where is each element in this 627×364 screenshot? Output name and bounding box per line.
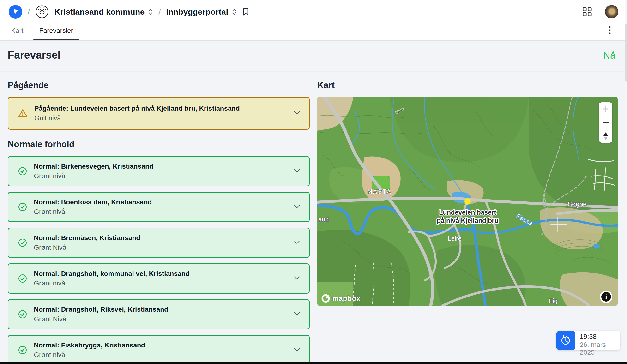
zoom-in-button[interactable] — [599, 102, 612, 116]
tab-kart[interactable]: Kart — [9, 27, 26, 40]
map-heading: Kart — [317, 80, 618, 90]
expand-button[interactable] — [294, 204, 300, 209]
flag-icon — [11, 8, 20, 16]
minus-icon — [603, 120, 609, 126]
kommune-emblem-icon — [35, 5, 49, 19]
alert-title: Pågående: Lundeveien basert på nivå Kjel… — [34, 105, 240, 112]
marker-label-line1: Lundeveien basert — [439, 209, 496, 216]
status-time: 19:38 — [580, 333, 620, 340]
alert-card-green[interactable]: Normal: Boenfoss dam, Kristiansand Grønt… — [8, 192, 310, 222]
history-clock-button[interactable] — [556, 331, 575, 350]
time-status-widget[interactable]: 19:38 26. mars 2025 — [556, 331, 620, 350]
chevron-down-icon — [294, 312, 300, 316]
expand-button[interactable] — [294, 168, 300, 174]
chevron-down-icon — [294, 168, 300, 173]
scrollbar-thumb[interactable] — [625, 24, 627, 82]
map-label-sogne: Søgne — [568, 201, 587, 208]
breadcrumb-separator: / — [158, 7, 160, 17]
warning-icon — [18, 109, 28, 118]
alert-title: Normal: Brennåsen, Kristiansand — [34, 234, 140, 242]
kebab-menu-icon — [608, 25, 611, 35]
map-label-masta: MASTA — [367, 188, 392, 195]
alert-title: Normal: Drangsholt, kommunal vei, Kristi… — [34, 270, 190, 278]
info-icon: i — [601, 292, 611, 302]
page-scrollbar[interactable] — [625, 0, 627, 364]
chevron-down-icon — [294, 276, 300, 280]
mapbox-attribution[interactable]: mapbox — [321, 294, 361, 303]
status-date: 26. mars 2025 — [580, 341, 620, 356]
chevron-down-icon — [294, 111, 300, 115]
ongoing-heading: Pågående — [8, 80, 310, 90]
alert-card-green[interactable]: Normal: Drangsholt, Riksvei, Kristiansan… — [8, 299, 310, 329]
bookmark-button[interactable] — [242, 7, 249, 16]
user-avatar[interactable] — [605, 5, 618, 18]
check-circle-icon — [18, 203, 27, 211]
chevron-down-icon — [294, 204, 300, 209]
alert-card-green[interactable]: Normal: Fiskebrygga, Kristiansand Grønt … — [8, 335, 310, 364]
check-circle-icon — [18, 274, 27, 283]
mapbox-icon — [321, 294, 330, 303]
time-filter[interactable]: Nå — [603, 50, 616, 61]
alert-level: Grønt Nivå — [34, 244, 140, 251]
alert-card-green[interactable]: Normal: Birkenesvegen, Kristiansand Grøn… — [8, 156, 310, 186]
topographic-map: MASTA Leire Søgne Eig and Føssa 50 m Lun… — [317, 97, 618, 306]
expand-button[interactable] — [294, 312, 300, 317]
check-circle-icon — [18, 238, 27, 247]
chevron-down-icon — [294, 347, 300, 352]
alert-card-green[interactable]: Normal: Brennåsen, Kristiansand Grønt Ni… — [8, 228, 310, 258]
alert-title: Normal: Fiskebrygga, Kristiansand — [34, 341, 145, 349]
check-circle-icon — [18, 346, 27, 355]
alert-level: Grønt nivå — [34, 172, 153, 180]
alert-level: Grønt nivå — [34, 279, 190, 287]
expand-button[interactable] — [294, 240, 300, 245]
map-controls — [599, 102, 612, 143]
up-down-chevron-icon — [232, 8, 237, 16]
bookmark-icon — [242, 7, 249, 16]
page-title: Farevarsel — [8, 49, 60, 61]
expand-button[interactable] — [294, 347, 300, 353]
expand-button[interactable] — [294, 276, 300, 281]
map-label-eig: Eig — [549, 297, 558, 305]
apps-grid-icon — [582, 6, 592, 17]
compass-icon — [603, 132, 609, 141]
station-marker[interactable] — [465, 198, 471, 205]
marker-label-line2: på nivå Kjelland bru — [437, 217, 499, 224]
map-info-button[interactable]: i — [600, 291, 612, 303]
chevron-down-icon — [294, 240, 300, 244]
alert-title: Normal: Boenfoss dam, Kristiansand — [34, 198, 152, 206]
alert-level: Grønt nivå — [34, 351, 145, 359]
breadcrumb-org[interactable]: Kristiansand kommune — [54, 7, 145, 17]
alert-card-green[interactable]: Normal: Drangsholt, kommunal vei, Kristi… — [8, 263, 310, 294]
check-circle-icon — [18, 310, 27, 319]
alert-title: Normal: Drangsholt, Riksvei, Kristiansan… — [34, 306, 168, 313]
normal-heading: Normale forhold — [8, 139, 310, 149]
map-label-leire: Leire — [448, 235, 462, 242]
alert-level: Grønt nivå — [34, 208, 152, 216]
top-header: / Kristiansand kommune / Innbyggerportal — [0, 0, 627, 40]
more-options-button[interactable] — [608, 25, 611, 36]
alert-card-yellow[interactable]: Pågående: Lundeveien basert på nivå Kjel… — [8, 97, 310, 130]
alert-level: Grønt Nivå — [34, 315, 168, 323]
portal-logo[interactable] — [9, 5, 22, 19]
tab-farevarsler[interactable]: Farevarsler — [37, 27, 76, 40]
check-circle-icon — [18, 167, 27, 176]
alert-level: Gult nivå — [34, 114, 240, 122]
apps-grid-button[interactable] — [582, 6, 592, 17]
expand-button[interactable] — [294, 111, 300, 116]
map-canvas[interactable]: MASTA Leire Søgne Eig and Føssa 50 m Lun… — [317, 97, 618, 306]
breadcrumb-separator: / — [28, 7, 30, 17]
mapbox-wordmark: mapbox — [332, 294, 361, 303]
zoom-out-button[interactable] — [599, 116, 612, 129]
app-switcher[interactable] — [232, 8, 237, 16]
page-title-bar: Farevarsel Nå — [0, 40, 627, 71]
up-down-chevron-icon — [148, 8, 153, 16]
history-clock-icon — [560, 335, 571, 346]
bottom-edge-bar — [0, 362, 627, 364]
map-label-partial: and — [318, 216, 329, 223]
breadcrumb-app[interactable]: Innbyggerportal — [166, 7, 228, 17]
org-switcher[interactable] — [148, 8, 153, 16]
compass-button[interactable] — [599, 129, 612, 143]
alert-title: Normal: Birkenesvegen, Kristiansand — [34, 162, 153, 170]
plus-icon — [603, 106, 609, 112]
